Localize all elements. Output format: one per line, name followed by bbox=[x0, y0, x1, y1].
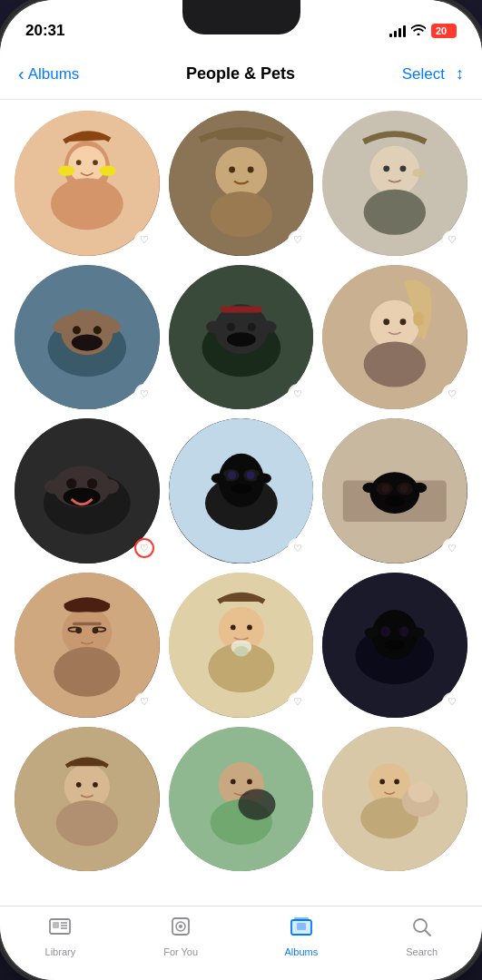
list-item[interactable]: ♡ bbox=[15, 418, 160, 564]
svg-point-27 bbox=[104, 320, 121, 333]
search-icon bbox=[410, 916, 434, 943]
list-item[interactable] bbox=[322, 727, 467, 872]
svg-point-104 bbox=[238, 789, 275, 819]
svg-point-102 bbox=[231, 779, 236, 784]
svg-point-82 bbox=[231, 625, 236, 631]
svg-point-91 bbox=[365, 627, 379, 637]
svg-line-125 bbox=[425, 931, 430, 936]
list-item[interactable]: ♡ bbox=[322, 265, 467, 410]
status-time: 20:31 bbox=[25, 22, 64, 40]
heart-button[interactable]: ♡ bbox=[288, 230, 308, 250]
svg-point-19 bbox=[413, 169, 426, 177]
svg-point-34 bbox=[206, 320, 222, 333]
svg-point-46 bbox=[66, 478, 76, 488]
svg-point-57 bbox=[246, 472, 254, 480]
back-button[interactable]: ‹ Albums bbox=[18, 64, 79, 84]
svg-point-5 bbox=[93, 160, 98, 165]
phone-screen: 20:31 20 bbox=[0, 0, 482, 980]
list-item[interactable]: ♡ bbox=[169, 111, 314, 256]
list-item[interactable]: ♡ bbox=[15, 111, 160, 256]
list-item[interactable]: ♡ bbox=[322, 111, 467, 256]
svg-point-73 bbox=[54, 647, 120, 697]
svg-point-15 bbox=[370, 146, 420, 196]
tab-for-you[interactable]: For You bbox=[121, 916, 241, 957]
svg-point-90 bbox=[399, 626, 409, 636]
svg-point-35 bbox=[260, 320, 276, 333]
heart-button[interactable]: ♡ bbox=[288, 384, 308, 404]
heart-button[interactable]: ♡ bbox=[134, 384, 154, 404]
sort-button[interactable]: ↕ bbox=[456, 64, 464, 83]
svg-point-12 bbox=[247, 167, 253, 173]
notch bbox=[182, 0, 300, 34]
svg-point-2 bbox=[68, 146, 105, 183]
svg-point-63 bbox=[370, 473, 420, 514]
svg-point-68 bbox=[363, 483, 378, 493]
svg-point-108 bbox=[380, 779, 386, 784]
svg-point-96 bbox=[56, 800, 118, 846]
back-chevron-icon: ‹ bbox=[18, 64, 25, 84]
tab-bar: Library For You bbox=[0, 906, 482, 980]
nav-bar: ‹ Albums People & Pets Select ↕ bbox=[0, 49, 482, 100]
svg-point-6 bbox=[58, 165, 74, 175]
list-item[interactable]: ♡ bbox=[169, 265, 314, 410]
svg-point-16 bbox=[364, 190, 426, 235]
svg-rect-123 bbox=[297, 923, 306, 930]
svg-point-17 bbox=[384, 165, 390, 172]
svg-point-88 bbox=[372, 610, 418, 660]
signal-icon bbox=[389, 24, 406, 37]
heart-button[interactable]: ♡ bbox=[442, 230, 462, 250]
battery-icon: 20 bbox=[431, 24, 457, 38]
list-item[interactable]: ♡ bbox=[169, 418, 314, 564]
svg-point-39 bbox=[364, 341, 426, 387]
list-item[interactable]: ♡ bbox=[15, 573, 160, 718]
heart-button[interactable]: ♡ bbox=[288, 538, 308, 558]
svg-point-7 bbox=[100, 165, 116, 175]
svg-point-109 bbox=[395, 779, 400, 784]
tab-for-you-label: For You bbox=[163, 946, 198, 957]
list-item[interactable] bbox=[15, 727, 160, 872]
svg-point-70 bbox=[385, 496, 406, 506]
circle-photo bbox=[15, 727, 160, 872]
tab-search[interactable]: Search bbox=[361, 916, 482, 957]
nav-actions: Select ↕ bbox=[402, 64, 464, 83]
status-icons: 20 bbox=[389, 24, 457, 38]
svg-point-66 bbox=[381, 485, 389, 493]
library-icon bbox=[48, 916, 72, 943]
photo-grid: ♡ ♡ bbox=[15, 111, 467, 871]
wifi-icon bbox=[411, 24, 426, 38]
list-item[interactable]: ♡ bbox=[169, 573, 314, 718]
svg-point-33 bbox=[227, 332, 256, 347]
svg-point-67 bbox=[400, 485, 408, 493]
heart-button[interactable]: ♡ bbox=[134, 538, 154, 558]
list-item[interactable] bbox=[169, 727, 314, 872]
list-item[interactable]: ♡ bbox=[322, 573, 467, 718]
select-button[interactable]: Select bbox=[402, 65, 445, 83]
svg-point-119 bbox=[179, 925, 182, 928]
svg-point-50 bbox=[101, 480, 120, 495]
svg-point-83 bbox=[247, 625, 252, 631]
heart-button[interactable]: ♡ bbox=[134, 230, 154, 250]
for-you-icon bbox=[169, 916, 192, 943]
heart-button[interactable]: ♡ bbox=[442, 384, 462, 404]
svg-rect-113 bbox=[53, 922, 59, 928]
tab-albums[interactable]: Albums bbox=[241, 916, 362, 957]
svg-point-103 bbox=[247, 779, 252, 784]
svg-point-40 bbox=[384, 318, 390, 325]
tab-library[interactable]: Library bbox=[0, 916, 121, 957]
svg-point-3 bbox=[51, 178, 123, 230]
svg-point-85 bbox=[234, 646, 249, 656]
circle-photo bbox=[322, 727, 467, 872]
svg-point-92 bbox=[410, 627, 425, 637]
circle-photo bbox=[169, 727, 314, 872]
heart-button[interactable]: ♡ bbox=[442, 538, 462, 558]
heart-button[interactable]: ♡ bbox=[134, 692, 154, 712]
heart-button[interactable]: ♡ bbox=[288, 692, 308, 712]
svg-point-98 bbox=[93, 782, 98, 788]
svg-point-97 bbox=[76, 782, 82, 788]
list-item[interactable]: ♡ bbox=[15, 265, 160, 410]
svg-point-26 bbox=[53, 320, 69, 333]
list-item[interactable]: ♡ bbox=[322, 418, 467, 564]
tab-search-label: Search bbox=[406, 946, 438, 957]
heart-button[interactable]: ♡ bbox=[442, 692, 462, 712]
svg-point-18 bbox=[400, 165, 407, 172]
